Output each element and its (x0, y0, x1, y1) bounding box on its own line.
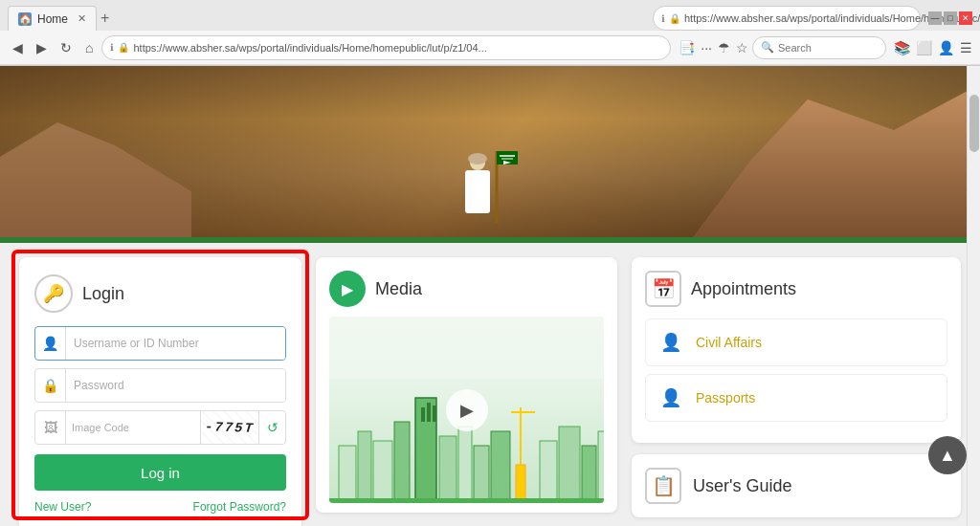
captcha-refresh-button[interactable]: ↺ (258, 411, 285, 444)
appointments-header: 📅 Appointments (645, 271, 947, 307)
tab-favicon: 🏠 (18, 12, 32, 26)
guide-title: User's Guide (693, 476, 791, 496)
address-text: https://www.absher.sa/wps/portal/individ… (133, 42, 486, 54)
close-button[interactable]: ✕ (959, 11, 972, 25)
username-field[interactable]: 👤 (34, 326, 286, 361)
media-card: ▶ Media (316, 257, 617, 513)
login-header: 🔑 Login (34, 274, 286, 313)
user-icon: 👤 (35, 327, 66, 360)
svg-rect-8 (339, 446, 356, 503)
svg-rect-23 (540, 441, 557, 503)
svg-rect-14 (427, 403, 431, 422)
info-icon: ℹ (661, 13, 665, 24)
refresh-button[interactable]: ↻ (56, 38, 77, 57)
svg-rect-16 (439, 436, 457, 503)
username-input[interactable] (66, 327, 285, 360)
more-icon[interactable]: ··· (701, 40, 712, 55)
minimize-button[interactable]: — (928, 11, 942, 25)
login-card: 🔑 Login 👤 🔒 🖼 Image Code (19, 257, 301, 526)
appointments-icon: 📅 (645, 271, 681, 307)
bookmark-icon[interactable]: 📑 (679, 40, 695, 55)
svg-rect-1 (465, 170, 490, 213)
svg-rect-11 (394, 422, 410, 503)
pocket-icon: ☂ (718, 40, 730, 55)
menu-icon[interactable]: ☰ (960, 40, 972, 55)
guide-icon: 📋 (645, 468, 681, 504)
main-content: 🔑 Login 👤 🔒 🖼 Image Code (0, 243, 980, 526)
login-links: New User? Forgot Password? (34, 500, 286, 514)
tab-bar: 🏠 Home ✕ + ℹ 🔒 https://www.absher.sa/wps… (0, 0, 980, 31)
captcha-icon: 🖼 (35, 411, 66, 444)
svg-point-2 (468, 153, 487, 164)
tab-view-icon[interactable]: ⬜ (916, 40, 932, 55)
page-content: 🔑 Login 👤 🔒 🖼 Image Code (0, 66, 980, 526)
captcha-image: -775T (200, 411, 258, 444)
back-button[interactable]: ◀ (8, 38, 28, 57)
password-field[interactable]: 🔒 (34, 368, 286, 403)
history-icon[interactable]: 📚 (894, 40, 910, 55)
tab-title: Home (37, 12, 68, 26)
lock-icon-nav: 🔒 (118, 42, 129, 53)
search-input[interactable] (778, 42, 878, 54)
new-tab-button[interactable]: + (100, 10, 109, 27)
scrollbar-thumb[interactable] (969, 95, 979, 152)
passports-item[interactable]: 👤 Passports (645, 374, 947, 422)
maximize-button[interactable]: □ (944, 11, 957, 25)
civil-affairs-icon: 👤 (656, 327, 686, 358)
media-header: ▶ Media (329, 271, 604, 307)
svg-rect-15 (433, 405, 436, 422)
browser-right-icons: 📑 ··· ☂ ☆ (679, 40, 748, 55)
svg-rect-19 (491, 431, 510, 503)
login-title: Login (82, 284, 124, 304)
civil-affairs-item[interactable]: 👤 Civil Affairs (645, 318, 947, 366)
media-title: Media (375, 279, 422, 299)
media-play-icon: ▶ (329, 271, 366, 307)
svg-rect-28 (329, 498, 604, 503)
search-bar[interactable]: 🔍 (752, 36, 886, 59)
svg-rect-26 (598, 431, 604, 503)
hero-figure (444, 142, 521, 237)
lock-field-icon: 🔒 (35, 369, 66, 402)
nav-bar: ◀ ▶ ↻ ⌂ ℹ 🔒 https://www.absher.sa/wps/po… (0, 31, 980, 65)
svg-rect-9 (358, 431, 371, 503)
svg-rect-18 (474, 446, 489, 503)
svg-rect-13 (421, 407, 425, 422)
svg-rect-22 (516, 465, 525, 503)
tab-close-button[interactable]: ✕ (78, 12, 86, 25)
star-icon[interactable]: ☆ (736, 40, 748, 55)
address-bar[interactable]: ℹ 🔒 https://www.absher.sa/wps/portal/ind… (101, 35, 671, 60)
media-video[interactable]: ▶ (329, 317, 604, 503)
new-user-link[interactable]: New User? (34, 500, 91, 514)
right-section: 📅 Appointments 👤 Civil Affairs 👤 Passpor… (632, 257, 961, 513)
scroll-to-top-button[interactable]: ▲ (928, 436, 967, 474)
password-input[interactable] (66, 369, 285, 402)
url-display: ℹ 🔒 https://www.absher.sa/wps/portal/ind… (653, 6, 921, 31)
svg-rect-10 (373, 441, 392, 503)
captcha-text: -775T (204, 419, 255, 436)
extra-browser-icons: 📚 ⬜ 👤 ☰ (894, 40, 972, 55)
home-button[interactable]: ⌂ (80, 38, 98, 57)
info-icon-nav: ℹ (110, 42, 114, 53)
play-button[interactable]: ▶ (446, 389, 488, 431)
passports-icon: 👤 (656, 383, 686, 413)
login-button[interactable]: Log in (34, 454, 286, 491)
forgot-password-link[interactable]: Forgot Password? (193, 500, 286, 514)
captcha-field[interactable]: 🖼 Image Code -775T ↺ (34, 410, 286, 445)
scrollbar[interactable] (967, 66, 980, 526)
users-guide-card[interactable]: 📋 User's Guide (632, 454, 961, 517)
appointments-title: Appointments (691, 279, 796, 299)
window-controls: — □ ✕ (928, 11, 972, 25)
search-icon: 🔍 (761, 41, 774, 54)
svg-rect-24 (559, 427, 580, 503)
login-key-icon: 🔑 (34, 274, 73, 313)
login-card-wrapper: 🔑 Login 👤 🔒 🖼 Image Code (19, 257, 301, 513)
hero-banner (0, 66, 980, 243)
civil-affairs-label: Civil Affairs (696, 335, 762, 350)
forward-button[interactable]: ▶ (32, 38, 52, 57)
active-tab[interactable]: 🏠 Home ✕ (8, 6, 97, 31)
lock-icon: 🔒 (669, 13, 680, 24)
svg-rect-25 (582, 446, 596, 503)
svg-rect-17 (458, 427, 472, 503)
sync-icon[interactable]: 👤 (938, 40, 954, 55)
appointments-card: 📅 Appointments 👤 Civil Affairs 👤 Passpor… (632, 257, 961, 443)
